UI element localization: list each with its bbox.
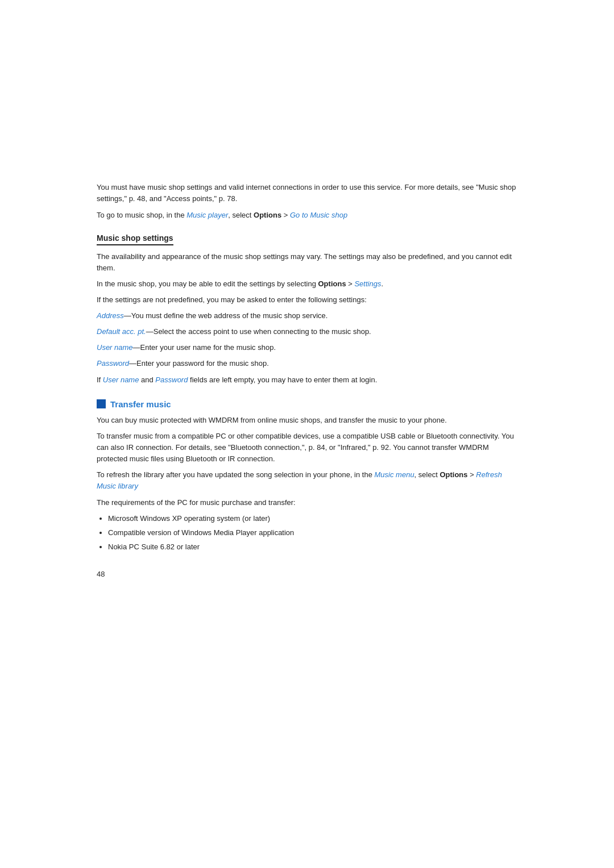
address-text: —You must define the web address of the … [124, 311, 328, 320]
para2-suffix: . [381, 279, 383, 288]
address-link[interactable]: Address [97, 311, 124, 320]
password-link[interactable]: Password [97, 359, 129, 368]
transfer-para2: To transfer music from a compatible PC o… [97, 431, 517, 465]
music-shop-settings-section: Music shop settings The availability and… [97, 233, 517, 386]
intro-paragraph1: You must have music shop settings and va… [97, 182, 517, 204]
last-para-mid: and [139, 375, 155, 384]
intro-p2-prefix: To go to music shop, in the [97, 211, 186, 219]
password-item: Password—Enter your password for the mus… [97, 358, 517, 369]
transfer-music-icon [97, 399, 106, 408]
default-acc-text: —Select the access point to use when con… [146, 327, 371, 336]
list-item: Compatible version of Windows Media Play… [108, 527, 517, 539]
intro-p2-mid: , select [228, 211, 254, 219]
options-bold2: Options [318, 279, 346, 288]
page-number: 48 [97, 570, 517, 578]
intro-p2-arrow: > [281, 211, 290, 219]
transfer-music-section: Transfer music You can buy music protect… [97, 399, 517, 553]
intro-paragraph2: To go to music shop, in the Music player… [97, 210, 517, 221]
last-para-prefix: If [97, 375, 103, 384]
last-para-suffix: fields are left empty, you may have to e… [188, 375, 377, 384]
username-item: User name—Enter your user name for the m… [97, 342, 517, 353]
requirements-list: Microsoft Windows XP operating system (o… [108, 513, 517, 553]
default-acc-link[interactable]: Default acc. pt. [97, 327, 146, 336]
transfer-para1: You can buy music protected with WMDRM f… [97, 415, 517, 426]
list-item: Microsoft Windows XP operating system (o… [108, 513, 517, 524]
transfer-para3: To refresh the library after you have up… [97, 469, 517, 492]
music-shop-settings-para3: If the settings are not predefined, you … [97, 294, 517, 306]
go-to-music-shop-link[interactable]: Go to Music shop [290, 211, 347, 219]
username-text: —Enter your user name for the music shop… [133, 343, 276, 352]
list-item: Nokia PC Suite 6.82 or later [108, 541, 517, 553]
password-link2[interactable]: Password [155, 375, 188, 384]
transfer-para3-mid: , select [414, 470, 440, 479]
transfer-music-heading-block: Transfer music [97, 399, 517, 409]
default-acc-item: Default acc. pt.—Select the access point… [97, 326, 517, 337]
music-shop-settings-last-para: If User name and Password fields are lef… [97, 374, 517, 386]
music-shop-settings-heading: Music shop settings [97, 233, 517, 251]
transfer-music-heading: Transfer music [110, 399, 171, 409]
music-shop-settings-para1: The availability and appearance of the m… [97, 251, 517, 274]
options-bold3: Options [439, 470, 467, 479]
para2-mid: > [346, 279, 355, 288]
music-player-link[interactable]: Music player [186, 211, 228, 219]
transfer-para4: The requirements of the PC for music pur… [97, 497, 517, 508]
music-menu-link[interactable]: Music menu [375, 470, 414, 479]
address-item: Address—You must define the web address … [97, 310, 517, 322]
page-content: You must have music shop settings and va… [0, 0, 614, 868]
username-link2[interactable]: User name [103, 375, 139, 384]
transfer-para3-arrow: > [468, 470, 476, 479]
para2-prefix: In the music shop, you may be able to ed… [97, 279, 318, 288]
password-text: —Enter your password for the music shop. [129, 359, 269, 368]
options-bold: Options [254, 211, 281, 219]
username-link[interactable]: User name [97, 343, 133, 352]
settings-link[interactable]: Settings [354, 279, 381, 288]
music-shop-settings-para2: In the music shop, you may be able to ed… [97, 278, 517, 290]
transfer-para3-prefix: To refresh the library after you have up… [97, 470, 375, 479]
